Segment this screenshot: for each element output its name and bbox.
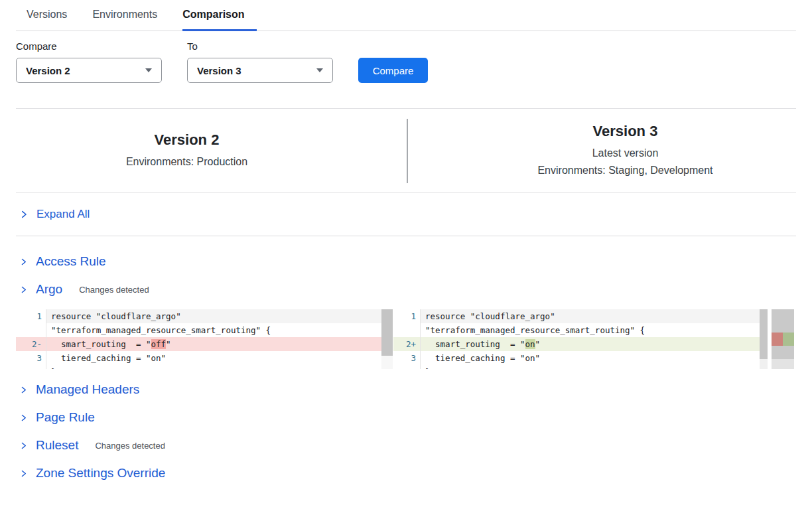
line-number: 2+ [393,337,420,351]
code-text: smart_routing = "on" [420,337,760,351]
code-text: } [46,365,381,369]
line-number: 3 [16,351,46,365]
changes-badge: Changes detected [95,441,165,451]
chevron-right-icon [19,441,28,450]
code-segment: smart_routing = " [425,339,525,349]
code-text: smart_routing = "off" [46,337,381,351]
line-number [16,323,46,337]
compare-from-select[interactable]: Version 2 [16,58,162,83]
code-text: "terraform_managed_resource_smart_routin… [420,323,760,337]
chevron-right-icon [19,469,28,478]
expand-all-label: Expand All [36,208,90,221]
new-version-latest-label: Latest version [454,145,796,162]
scrollbar-thumb[interactable] [381,309,393,356]
scrollbar-thumb[interactable] [760,309,768,359]
section-label: Zone Settings Override [36,466,165,481]
caret-down-icon [316,68,323,72]
diff-line: 1 resource "cloudflare_argo" [393,309,760,323]
compare-from-field: Compare Version 2 [16,40,162,83]
section-label: Argo [36,282,62,297]
compare-to-select[interactable]: Version 3 [187,58,333,83]
diff-line-removed: 2- smart_routing = "off" [16,337,381,351]
chevron-right-icon [19,413,28,422]
diff-line-added: 2+ smart_routing = "on" [393,337,760,351]
code-text: } [420,365,760,369]
diff-line-wrap: "terraform_managed_resource_smart_routin… [393,323,760,337]
section-zone-settings-override[interactable]: Zone Settings Override [16,465,796,481]
compare-controls: Compare Version 2 To Version 3 Compare [16,40,796,83]
chevron-right-icon [19,210,29,219]
removed-mark [772,333,783,346]
line-number: 1 [16,309,46,323]
code-segment: " [535,339,541,349]
diff-line: 3 tiered_caching = "on" [393,351,760,365]
code-text: "terraform_managed_resource_smart_routin… [46,323,381,337]
old-version-title: Version 2 [16,131,358,149]
compare-to-value: Version 3 [197,65,241,76]
section-label: Ruleset [36,438,78,453]
section-list: Access Rule Argo Changes detected 1 reso… [16,254,796,481]
added-chars: on [525,339,535,349]
line-number: 1 [393,309,420,323]
section-label: Page Rule [36,410,95,425]
code-text: tiered_caching = "on" [46,351,381,365]
section-label: Access Rule [36,254,106,269]
tab-comparison[interactable]: Comparison [182,9,256,31]
code-text: resource "cloudflare_argo" [46,309,381,323]
compare-label: Compare [16,40,162,52]
tabbar: Versions Environments Comparison [16,0,796,31]
old-version-environments: Environments: Production [16,153,358,171]
section-access-rule[interactable]: Access Rule [16,254,796,269]
code-text: resource "cloudflare_argo" [420,309,760,323]
diff-line-clipped: } [393,365,760,369]
line-number: 2- [16,337,46,351]
code-segment: smart_routing = " [51,339,151,349]
section-managed-headers[interactable]: Managed Headers [16,382,796,398]
diff-line-clipped: } [16,365,381,369]
new-pane-scrollbar[interactable] [760,309,768,369]
line-number: 3 [393,351,420,365]
caret-down-icon [145,68,152,72]
tab-environments[interactable]: Environments [92,9,157,31]
compare-button[interactable]: Compare [358,58,428,83]
diff-new-pane: 1 resource "cloudflare_argo" "terraform_… [393,309,760,369]
diff-overview-ruler[interactable] [772,309,794,369]
tab-versions[interactable]: Versions [27,9,67,31]
diff-line: 3 tiered_caching = "on" [16,351,381,365]
expand-all-button[interactable]: Expand All [16,193,796,236]
section-page-rule[interactable]: Page Rule [16,410,796,425]
comparison-header: Version 2 Environments: Production Versi… [16,108,796,193]
section-ruleset[interactable]: Ruleset Changes detected [16,437,796,453]
new-version-header: Version 3 Latest version Environments: S… [408,123,796,179]
diff-old-pane: 1 resource "cloudflare_argo" "terraform_… [16,309,381,369]
line-number [393,323,420,337]
section-label: Managed Headers [36,382,139,397]
line-number [16,365,46,369]
line-number [393,365,420,369]
chevron-right-icon [19,258,28,266]
chevron-right-icon [19,386,28,394]
added-mark [783,333,794,346]
old-version-header: Version 2 Environments: Production [16,131,407,171]
removed-chars: off [151,339,167,349]
new-version-title: Version 3 [454,123,796,140]
to-label: To [187,40,333,52]
diff-line: 1 resource "cloudflare_argo" [16,309,381,323]
compare-from-value: Version 2 [26,65,70,76]
code-text: tiered_caching = "on" [420,351,760,365]
old-pane-scrollbar[interactable] [381,309,393,369]
diff-line-wrap: "terraform_managed_resource_smart_routin… [16,323,381,337]
changes-badge: Changes detected [79,285,149,295]
new-version-environments: Environments: Staging, Development [454,162,796,179]
argo-diff-viewer: 1 resource "cloudflare_argo" "terraform_… [16,309,796,369]
compare-to-field: To Version 3 [187,40,333,83]
section-argo[interactable]: Argo Changes detected [16,281,796,297]
chevron-right-icon [19,285,28,294]
code-segment: " [166,339,171,349]
